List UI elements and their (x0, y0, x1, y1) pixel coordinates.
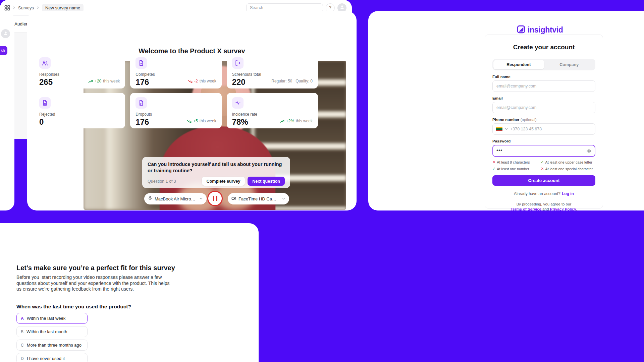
breadcrumb-item[interactable]: New survey name (42, 4, 84, 12)
stat-value: 0 (39, 117, 120, 127)
microphone-selector[interactable]: MacBook Air Microp... (144, 193, 207, 204)
stat-card-rejected: Rejected0 (34, 93, 125, 128)
phone-input-group (492, 123, 595, 135)
answer-options: AWithin the last weekBWithin the last mo… (16, 313, 88, 362)
email-input[interactable] (492, 102, 595, 113)
password-requirement: ✓At least one upper case letter (541, 160, 595, 164)
doc-x-icon (39, 97, 51, 109)
privacy-policy-link[interactable]: Privacy Policy (550, 207, 576, 211)
stat-card-completes: Completes176-2this week (130, 53, 221, 88)
answer-option-b[interactable]: BWithin the last month (16, 326, 88, 337)
check-icon: ✓ (492, 167, 495, 171)
brand-logo: insightvid (517, 25, 563, 35)
password-value: *** (496, 148, 502, 154)
password-requirement: ✕At least one special character (541, 167, 595, 171)
stat-label: Incidence rate (232, 112, 313, 117)
person-icon (3, 31, 8, 37)
doc-return-icon (136, 97, 147, 109)
lithuania-flag-icon[interactable] (496, 127, 502, 131)
stat-label: Rejected (39, 112, 120, 117)
screenout-icon (232, 57, 244, 69)
check-icon: ✓ (541, 160, 544, 164)
password-requirements: ✕At least 8 characters✓At least one uppe… (492, 160, 595, 171)
users-icon (39, 57, 51, 69)
phone-input[interactable] (510, 127, 592, 131)
stat-label: Completes (136, 72, 216, 77)
full-name-input[interactable] (492, 80, 595, 92)
tab-respondent[interactable]: Respondent (493, 60, 544, 69)
account-type-tabs: RespondentCompany (492, 59, 595, 70)
pulse-icon (232, 97, 244, 109)
complete-survey-button[interactable]: Complete survey (202, 177, 245, 186)
pause-recording-button[interactable] (207, 191, 223, 206)
stat-card-screenouts-total: Screenouts total220Regular: 50Quality: 0 (227, 53, 318, 88)
next-question-button[interactable]: Next question (248, 177, 285, 186)
breadcrumb: SurveysNew survey name (4, 4, 84, 12)
stat-trend: +2%this week (280, 119, 313, 123)
screener-question: When was the last time you used the prod… (16, 304, 131, 310)
full-name-label: Full name (492, 75, 595, 79)
microphone-label: MacBook Air Microp... (155, 196, 197, 201)
question-overlay: Can you introduce yourself and tell us a… (142, 157, 290, 188)
camera-selector[interactable]: FaceTime HD Camer... (228, 193, 289, 204)
password-requirement: ✓At least one number (492, 167, 541, 171)
terms-text: By proceeding, you agree to our Terms of… (492, 202, 595, 212)
terms-of-service-link[interactable]: Terms of Service (511, 207, 541, 211)
stat-trend: +20this week (88, 79, 120, 83)
camera-icon (231, 196, 236, 202)
password-label: Password (492, 139, 595, 143)
stat-label: Screenouts total (232, 72, 313, 77)
answer-option-c[interactable]: CMore than three months ago (16, 340, 88, 351)
text-caret (503, 148, 503, 154)
screener-panel: Let’s make sure you’re a perfect fit for… (0, 223, 259, 362)
signup-panel: insightvid Create your account Responden… (368, 11, 644, 210)
stat-card-incidence-rate: Incidence rate78%+2%this week (227, 93, 318, 128)
avatar[interactable] (1, 29, 10, 38)
signup-form: Create your account RespondentCompany Fu… (485, 35, 603, 208)
answer-option-a[interactable]: AWithin the last week (16, 313, 88, 324)
trend-down-icon (187, 119, 192, 123)
screener-title: Let’s make sure you’re a perfect fit for… (16, 264, 175, 272)
logo-text: insightvid (528, 25, 563, 35)
breadcrumb-item[interactable]: Surveys (18, 5, 34, 10)
question-text: Can you introduce yourself and tell us a… (148, 161, 285, 174)
stat-card-responses: Responses265+20this week (34, 53, 125, 88)
answer-option-d[interactable]: DI have never used it (16, 353, 88, 362)
stat-label: Responses (39, 72, 120, 77)
stat-card-dropouts: Dropouts176+5this week (130, 93, 221, 128)
left-partial-panel: sh (0, 11, 14, 210)
insightvid-logo-icon (517, 25, 525, 35)
x-icon: ✕ (541, 167, 544, 171)
stat-note: Regular: 50Quality: 0 (271, 79, 313, 83)
microphone-icon (148, 196, 152, 201)
person-icon (339, 4, 345, 11)
trend-down-icon (188, 79, 193, 83)
trend-up-icon (280, 119, 284, 123)
screener-description: Before you start recording your video re… (16, 275, 171, 292)
chevron-down-icon (199, 196, 203, 201)
signup-title: Create your account (492, 44, 595, 51)
chevron-right-icon (12, 6, 16, 9)
partial-button[interactable]: sh (0, 46, 7, 55)
camera-label: FaceTime HD Camer... (238, 196, 279, 201)
chevron-down-icon[interactable] (504, 126, 508, 132)
stat-label: Dropouts (136, 112, 216, 117)
chevron-right-icon (36, 6, 40, 9)
email-label: Email (492, 96, 595, 100)
phone-label: Phone number (optional) (492, 118, 595, 122)
password-requirement: ✕At least 8 characters (492, 160, 541, 164)
grid-icon[interactable] (4, 5, 10, 11)
stat-trend: -2this week (188, 79, 216, 83)
question-progress: Question 1 of 3 (148, 179, 202, 184)
show-password-icon[interactable] (586, 148, 591, 154)
log-in-link[interactable]: Log in (562, 191, 574, 196)
password-input[interactable]: *** (492, 145, 595, 157)
stat-trend: +5this week (187, 119, 216, 123)
tab-company[interactable]: Company (544, 60, 595, 69)
trend-up-icon (88, 79, 93, 83)
login-prompt: Already have an account?Log in (492, 191, 595, 196)
x-icon: ✕ (492, 160, 495, 164)
doc-check-icon (136, 57, 147, 69)
create-account-button[interactable]: Create account (492, 175, 595, 186)
chevron-down-icon (282, 196, 285, 201)
